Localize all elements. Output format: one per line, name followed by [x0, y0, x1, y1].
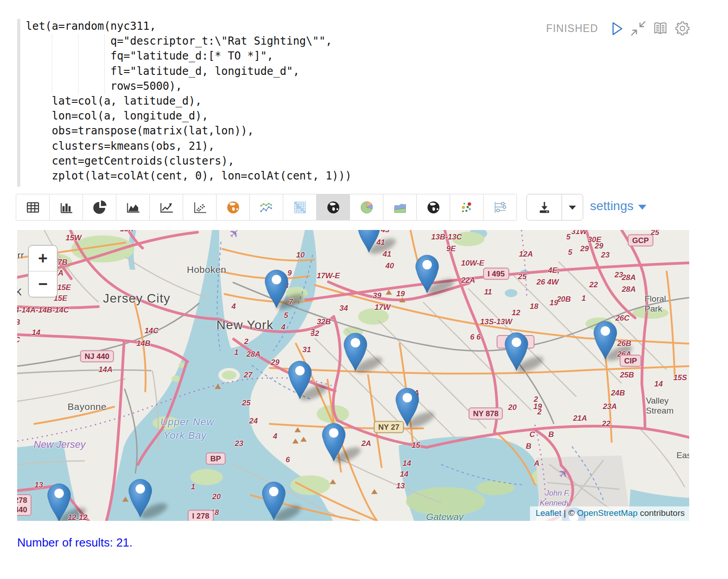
route-shield-badge: I 495	[483, 268, 509, 280]
viz-button-globe-map[interactable]	[317, 194, 350, 220]
scatter-chart-icon	[192, 200, 207, 215]
map-label: arr	[17, 250, 24, 261]
attribution-tail: contributors	[637, 508, 685, 518]
map-label: 29	[581, 244, 589, 253]
map-label: 13S-13W	[480, 317, 512, 326]
map-label: 22A	[461, 276, 475, 285]
map-label: 26B	[617, 339, 631, 348]
play-icon[interactable]	[608, 21, 624, 36]
notebook-paragraph: let(a=random(nyc311, q="descriptor_t:\"R…	[0, 0, 728, 579]
viz-button-pie-chart[interactable]	[83, 194, 116, 220]
map-label: 15E	[57, 283, 71, 292]
peak-triangle-icon	[295, 427, 301, 432]
map-label: Gateway	[426, 511, 464, 521]
map-label: New York	[217, 318, 273, 332]
viz-button-bar-chart[interactable]	[50, 194, 83, 220]
viz-button-multi-line-chart[interactable]	[250, 194, 283, 220]
leaflet-map[interactable]: 15X15W17B7A15E15E14-14A-14B-14C8B1414-14…	[17, 230, 689, 521]
map-label: 3	[310, 327, 314, 336]
map-label: 4E;	[548, 266, 560, 275]
map-label: 26A	[617, 350, 631, 359]
route-shield-badge: GCP	[628, 234, 654, 247]
viz-button-line-chart[interactable]	[150, 194, 183, 220]
viz-button-pie-color[interactable]	[350, 194, 383, 220]
download-button[interactable]	[527, 194, 562, 220]
map-label: 28A	[622, 273, 636, 282]
collapse-icon[interactable]	[631, 21, 646, 36]
route-shield-badge: NY 27	[374, 421, 404, 433]
map-label: 21A	[573, 414, 587, 423]
multi-line-chart-icon	[259, 200, 274, 215]
map-label: 2	[537, 408, 541, 417]
peak-triangle-icon	[135, 504, 142, 509]
map-label: 18	[211, 508, 219, 517]
sliders-icon	[493, 200, 508, 215]
viz-button-globe-orange[interactable]	[217, 194, 250, 220]
map-label: 2	[244, 337, 248, 346]
viz-button-globe-dark[interactable]	[417, 194, 450, 220]
map-label: Jersey City	[103, 291, 170, 306]
map-label: 23	[615, 271, 623, 280]
openstreetmap-link[interactable]: OpenStreetMap	[577, 508, 637, 518]
viz-button-sliders[interactable]	[484, 194, 516, 220]
map-label: 32	[311, 329, 319, 338]
airport-icon: ✈	[226, 230, 244, 242]
code-content[interactable]: let(a=random(nyc311, q="descriptor_t:\"R…	[26, 19, 351, 184]
zoom-out-button[interactable]: −	[29, 271, 57, 297]
route-shield-badge: NY 878	[469, 408, 503, 420]
map-label: 17W-E	[317, 271, 340, 280]
airport-icon: ✈	[555, 465, 573, 482]
viz-button-scatter-color[interactable]	[450, 194, 484, 220]
map-label: 25	[242, 399, 251, 408]
editor-gutter	[17, 19, 20, 187]
viz-button-table[interactable]	[16, 194, 50, 220]
map-label: 6 6	[470, 333, 481, 342]
map-label: 13	[35, 481, 43, 490]
map-label: 29	[271, 358, 280, 367]
leaflet-link[interactable]: Leaflet	[535, 508, 561, 518]
viz-button-area-color[interactable]	[383, 194, 417, 220]
gear-icon[interactable]	[675, 21, 690, 36]
globe-orange-icon	[226, 200, 241, 215]
map-label: 20B	[557, 295, 571, 304]
settings-toggle[interactable]: settings	[590, 199, 646, 213]
download-dropdown-button[interactable]	[562, 194, 583, 220]
map-label: John F.	[545, 489, 570, 498]
map-label: 24B	[611, 389, 625, 398]
viz-button-area-chart[interactable]	[116, 194, 150, 220]
map-label: 23	[235, 439, 244, 448]
map-label: 2	[534, 395, 538, 404]
pie-chart-icon	[92, 200, 107, 215]
area-color-icon	[392, 200, 408, 215]
map-label: B	[548, 430, 554, 439]
map-label: 23A	[603, 402, 617, 411]
map-label: 19	[550, 299, 558, 308]
map-label: Valley Stream	[646, 396, 675, 416]
map-zoom-control: + −	[28, 245, 58, 298]
map-attribution: Leaflet | © OpenStreetMap contributors	[530, 506, 689, 521]
map-label: 15W	[66, 234, 82, 243]
book-icon[interactable]	[653, 21, 668, 36]
map-label: 4	[231, 302, 235, 311]
pie-color-icon	[359, 200, 374, 215]
peak-triangle-icon	[215, 384, 221, 389]
map-label-overlay: 15X15W17B7A15E15E14-14A-14B-14C8B1414-14…	[17, 230, 689, 521]
map-label: 14	[654, 380, 663, 389]
map-label: 40	[386, 262, 394, 271]
attribution-separator: | ©	[562, 508, 577, 518]
peak-triangle-icon	[371, 489, 378, 494]
zoom-in-button[interactable]: +	[29, 246, 57, 271]
map-label: 19	[396, 290, 405, 299]
map-label: 5	[568, 248, 572, 257]
map-label: 15S	[673, 373, 687, 382]
map-label: 28A	[622, 285, 636, 294]
viz-button-scatter-chart[interactable]	[183, 194, 217, 220]
map-label: 5	[284, 311, 288, 320]
status-badge: FINISHED	[546, 23, 598, 35]
map-label: 25	[518, 272, 527, 281]
code-editor[interactable]: let(a=random(nyc311, q="descriptor_t:\"R…	[17, 18, 694, 189]
map-label: 20	[212, 492, 221, 501]
map-label: Eas	[677, 450, 689, 460]
viz-button-heatmap[interactable]	[283, 194, 317, 220]
peak-triangle-icon	[330, 479, 336, 484]
